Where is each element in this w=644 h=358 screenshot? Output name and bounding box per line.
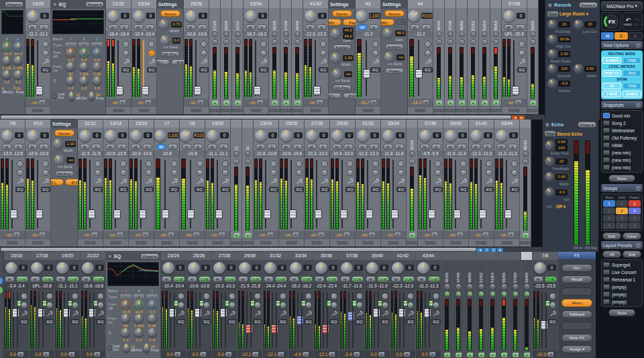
fader-track[interactable] (541, 291, 544, 349)
output-assign-button[interactable]: ◂ (245, 233, 251, 238)
cue-button[interactable]: CUE (377, 276, 390, 282)
output-assign-button[interactable]: ◂ (17, 352, 23, 357)
solo-button[interactable]: S (369, 24, 379, 30)
phones-button[interactable]: ∩ (254, 302, 261, 308)
arrow-up-button[interactable]: ⌃ (148, 41, 155, 48)
output-assign-button[interactable]: ◂ (119, 100, 125, 105)
eq-badge[interactable]: EQ (19, 319, 30, 324)
mute-button[interactable]: M (467, 283, 473, 289)
fader-track[interactable] (512, 39, 517, 97)
fader-track[interactable] (174, 291, 176, 349)
solo-button[interactable]: S (245, 159, 251, 165)
groups-clear-button[interactable]: Clear (623, 232, 641, 240)
mute-button[interactable]: M (530, 32, 536, 38)
output-assign-button[interactable]: ◂ (303, 352, 309, 357)
fader-track[interactable] (254, 39, 258, 97)
phones-button[interactable]: ∩ (296, 169, 303, 176)
eq-badge[interactable]: EQ (96, 319, 106, 324)
solo-button[interactable]: S (292, 144, 303, 150)
mute-button[interactable]: M (80, 144, 90, 150)
channel-header[interactable]: 39/40 (443, 120, 468, 128)
eq-badge[interactable]: EQ (370, 67, 380, 73)
settings-wrench-icon[interactable] (120, 178, 127, 185)
output-assign-button[interactable]: ◂ (513, 353, 519, 357)
arrow-up-button[interactable]: ⌃ (331, 293, 337, 300)
global-solo-button[interactable]: S (614, 32, 627, 40)
rms-toggle[interactable]: RMS (623, 70, 641, 77)
channel-header[interactable]: 57/58 (502, 0, 527, 8)
q-knob-band-3[interactable] (93, 76, 102, 85)
channel-header[interactable]: 39/40 (365, 252, 390, 260)
scroll-right-button[interactable]: ► (519, 116, 525, 120)
output-assign-button[interactable]: ◂ (91, 232, 97, 237)
mute-button[interactable]: M (245, 151, 251, 157)
phones-button[interactable]: ∩ (203, 302, 210, 308)
settings-wrench-icon[interactable] (222, 178, 229, 185)
fx-button[interactable]: FX (601, 12, 621, 31)
channel-header[interactable]: 37/38 (418, 120, 443, 128)
group-cell[interactable]: 1 (603, 200, 615, 207)
fader-track[interactable] (504, 159, 509, 230)
fader-handle[interactable] (174, 300, 178, 307)
freq-knob[interactable] (13, 56, 23, 65)
pan-knob[interactable] (357, 130, 369, 142)
scroll-handle[interactable] (1, 248, 476, 251)
solo-button[interactable]: S (530, 39, 536, 45)
pan-knob[interactable] (445, 130, 457, 142)
mono-button[interactable]: Mono (561, 299, 592, 307)
output-assign-button[interactable]: ◂ (369, 232, 375, 237)
solo-button[interactable]: S (235, 39, 241, 45)
channel-header[interactable]: 15/16 (4, 252, 29, 260)
arrow-up-button[interactable]: ⌃ (222, 161, 229, 167)
fader-track[interactable] (366, 159, 370, 230)
phones-button[interactable]: ∩ (356, 302, 363, 308)
settings-wrench-icon[interactable] (486, 178, 492, 185)
settings-wrench-icon[interactable] (260, 58, 267, 65)
channel-header[interactable]: 27/28 (305, 120, 329, 128)
fader-handle[interactable] (453, 210, 461, 219)
group-cell[interactable]: 2 (603, 208, 615, 214)
fader-handle[interactable] (113, 210, 121, 219)
fader-track[interactable] (322, 291, 325, 349)
pan-knob[interactable] (417, 262, 429, 274)
fader-handle[interactable] (340, 210, 347, 219)
fader-track[interactable] (415, 39, 423, 97)
mute-button[interactable]: M (478, 283, 484, 289)
stereo-toggle[interactable]: Stereo (160, 10, 180, 17)
pan-knob[interactable] (305, 10, 317, 22)
stereo-toggle[interactable]: Stereo (332, 10, 352, 17)
fader-handle[interactable] (225, 300, 229, 307)
gain-knob-band-2[interactable] (134, 300, 144, 309)
knob[interactable] (331, 69, 343, 80)
pan-knob[interactable] (180, 130, 192, 142)
fader-track[interactable] (225, 291, 227, 349)
phones-button[interactable]: ∩ (260, 50, 267, 56)
fader-track[interactable] (479, 159, 484, 230)
output-assign-button[interactable]: ◂ (278, 352, 284, 357)
fader-track[interactable] (220, 291, 223, 349)
fader-handle[interactable] (199, 300, 204, 307)
channel-header[interactable]: 29/30 (237, 252, 262, 260)
fader-handle[interactable] (415, 69, 423, 79)
fader-track[interactable] (313, 39, 318, 97)
phones-button[interactable]: ∩ (21, 302, 28, 308)
arrow-up-button[interactable]: ⌃ (120, 161, 127, 167)
fader-track[interactable] (246, 291, 249, 349)
channel-header[interactable]: 9/10 (25, 120, 50, 128)
channel-header[interactable]: 25/26 (184, 0, 209, 8)
snapshot-item[interactable]: Old Pulteney (603, 134, 641, 141)
global-fader-button[interactable]: F (629, 32, 643, 40)
gain-knob-band-2[interactable] (79, 48, 89, 57)
delay-time-knob[interactable] (545, 140, 555, 150)
group-cell[interactable]: 1 (616, 200, 628, 207)
arrow-up-button[interactable]: ⌃ (305, 293, 312, 300)
arrow-up-button[interactable]: ⌃ (97, 293, 104, 300)
solo-button[interactable]: S (431, 144, 441, 150)
mute-button[interactable]: M (358, 24, 368, 30)
cue-button[interactable]: C (501, 291, 507, 297)
channel-header[interactable] (521, 252, 532, 260)
mute-button[interactable]: M (417, 276, 427, 282)
pan-knob[interactable] (27, 130, 39, 142)
output-assign-button[interactable]: ◂ (197, 100, 203, 105)
output-assign-button[interactable]: ◂ (117, 232, 123, 237)
